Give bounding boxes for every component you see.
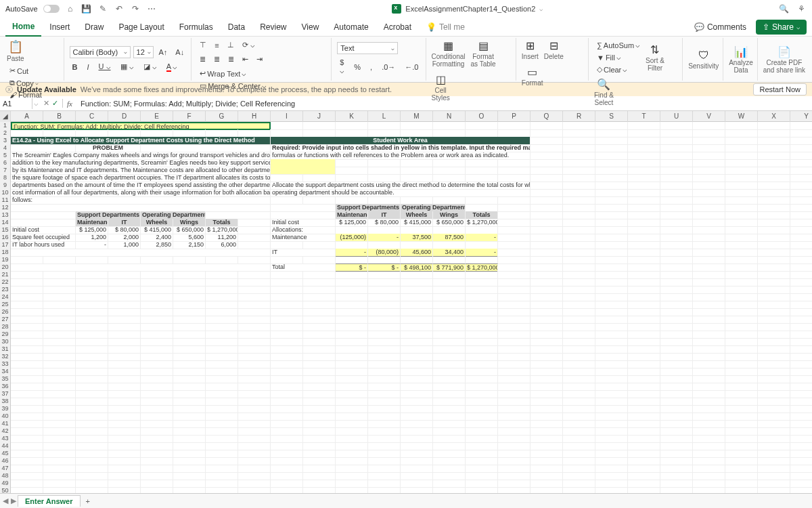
cell[interactable]: [693, 487, 725, 493]
cell[interactable]: [401, 487, 433, 493]
align-top-icon[interactable]: ⊤: [197, 39, 209, 51]
fx-icon[interactable]: fx: [63, 100, 76, 108]
autosum-button[interactable]: ∑AutoSum ⌵: [594, 39, 643, 51]
indent-inc-icon[interactable]: ⇥: [254, 54, 265, 65]
delete-cells-button[interactable]: ⊟Delete: [544, 39, 564, 60]
indent-dec-icon[interactable]: ⇤: [240, 54, 251, 65]
decrease-font-icon[interactable]: A↓: [173, 46, 187, 58]
align-middle-icon[interactable]: ≡: [212, 39, 221, 51]
font-name-select[interactable]: Calibri (Body)⌵: [70, 46, 131, 58]
underline-button[interactable]: U ⌵: [96, 61, 114, 73]
cut-button[interactable]: ✂Cut: [7, 65, 45, 77]
survey-icon[interactable]: ✎: [97, 3, 108, 14]
comma-icon[interactable]: ,: [367, 57, 375, 77]
number-format-select[interactable]: Text⌵: [337, 42, 398, 54]
format-cells-button[interactable]: ▭Format: [522, 66, 543, 87]
cell[interactable]: [498, 487, 531, 493]
wrap-text-button[interactable]: ↩Wrap Text ⌵: [197, 68, 269, 79]
cancel-formula-icon[interactable]: ✕: [43, 99, 49, 108]
paste-icon[interactable]: 📋: [8, 39, 23, 54]
orientation-icon[interactable]: ⟳ ⌵: [240, 39, 258, 51]
activity-icon[interactable]: ⚘: [796, 3, 807, 14]
select-all-corner[interactable]: ◢: [0, 111, 11, 122]
cell[interactable]: [725, 487, 758, 493]
enter-formula-icon[interactable]: ✓: [52, 99, 58, 108]
more-icon[interactable]: ⋯: [146, 3, 157, 14]
cell[interactable]: [11, 487, 43, 493]
border-button[interactable]: ▦ ⌵: [118, 61, 137, 73]
sort-filter-button[interactable]: ⇅Sort & Filter: [646, 43, 664, 72]
sensitivity-button[interactable]: 🛡Sensitivity: [688, 49, 719, 70]
italic-button[interactable]: I: [84, 61, 91, 73]
tab-insert[interactable]: Insert: [43, 18, 76, 36]
align-left-icon[interactable]: ≣: [197, 54, 208, 65]
bold-button[interactable]: B: [70, 61, 81, 73]
name-box[interactable]: A1: [0, 98, 32, 109]
cell[interactable]: [758, 487, 790, 493]
dec-dec-icon[interactable]: ←.0: [402, 57, 421, 77]
percent-icon[interactable]: %: [351, 57, 363, 77]
dec-inc-icon[interactable]: .0→: [379, 57, 398, 77]
tab-review[interactable]: Review: [253, 18, 293, 36]
document-title[interactable]: ExcelAssignmentChapter14_Question2: [405, 5, 535, 13]
fill-color-button[interactable]: ◪ ⌵: [141, 61, 160, 73]
insert-cells-button[interactable]: ⊞Insert: [522, 39, 539, 60]
cell[interactable]: [303, 487, 336, 493]
align-bottom-icon[interactable]: ⊥: [225, 39, 237, 51]
save-icon[interactable]: 💾: [81, 3, 92, 14]
cell[interactable]: [595, 487, 628, 493]
undo-icon[interactable]: ↶: [114, 3, 125, 14]
prev-sheet-icon[interactable]: ◀: [3, 496, 8, 505]
cell[interactable]: [76, 487, 108, 493]
tab-draw[interactable]: Draw: [78, 18, 110, 36]
font-color-button[interactable]: A ⌵: [164, 61, 180, 73]
comments-button[interactable]: 💬Comments: [689, 20, 752, 35]
create-pdf-button[interactable]: 📄Create PDF and share link: [763, 45, 805, 74]
formula-input[interactable]: Function: SUM; Formulas: Add; Multiply; …: [76, 98, 812, 109]
cell[interactable]: [790, 487, 812, 493]
format-table-button[interactable]: ▤Format as Table: [471, 39, 496, 68]
home-icon[interactable]: ⌂: [65, 3, 76, 14]
cell[interactable]: [433, 487, 466, 493]
next-sheet-icon[interactable]: ▶: [11, 496, 16, 505]
fill-button[interactable]: ▼Fill ⌵: [594, 51, 643, 63]
tab-formulas[interactable]: Formulas: [173, 18, 220, 36]
row-header[interactable]: 50: [0, 487, 11, 493]
increase-font-icon[interactable]: A↑: [156, 46, 171, 58]
add-sheet-button[interactable]: +: [82, 496, 94, 507]
tab-view[interactable]: View: [295, 18, 326, 36]
cell[interactable]: [466, 487, 498, 493]
cell[interactable]: [563, 487, 595, 493]
tab-automate[interactable]: Automate: [327, 18, 375, 36]
tab-home[interactable]: Home: [5, 18, 41, 37]
cell[interactable]: [336, 487, 368, 493]
analyze-button[interactable]: 📊Analyze Data: [729, 45, 753, 74]
close-update-icon[interactable]: ⓧ: [5, 85, 13, 95]
conditional-formatting-button[interactable]: ▦Conditional Formatting: [432, 39, 466, 68]
align-center-icon[interactable]: ≣: [211, 54, 223, 65]
tab-data[interactable]: Data: [221, 18, 252, 36]
cell[interactable]: [173, 487, 206, 493]
cell[interactable]: [660, 487, 693, 493]
share-button[interactable]: ⇪Share⌵: [756, 20, 807, 35]
cell[interactable]: [238, 487, 271, 493]
align-right-icon[interactable]: ≣: [225, 54, 237, 65]
cell[interactable]: [141, 487, 173, 493]
chevron-down-icon[interactable]: ⌵: [539, 5, 543, 12]
tell-me[interactable]: 💡Tell me: [420, 18, 472, 36]
cell[interactable]: [368, 487, 401, 493]
cell[interactable]: [108, 487, 141, 493]
cell[interactable]: [206, 487, 238, 493]
spreadsheet-grid[interactable]: ◢ ABCDEFGHIJKLMNOPQRSTUVWXYZAAAB 1Functi…: [0, 111, 812, 493]
redo-icon[interactable]: ↷: [130, 3, 141, 14]
cell[interactable]: [271, 487, 303, 493]
search-icon[interactable]: 🔍: [778, 3, 789, 14]
currency-icon[interactable]: $ ⌵: [337, 57, 347, 77]
tab-page-layout[interactable]: Page Layout: [112, 18, 171, 36]
name-box-dropdown[interactable]: ⌵: [32, 99, 39, 108]
sheet-tab-enter-answer[interactable]: Enter Answer: [18, 495, 81, 507]
autosave-toggle[interactable]: [43, 5, 60, 13]
tab-acrobat[interactable]: Acrobat: [377, 18, 418, 36]
cell[interactable]: [43, 487, 76, 493]
cell[interactable]: [531, 487, 563, 493]
